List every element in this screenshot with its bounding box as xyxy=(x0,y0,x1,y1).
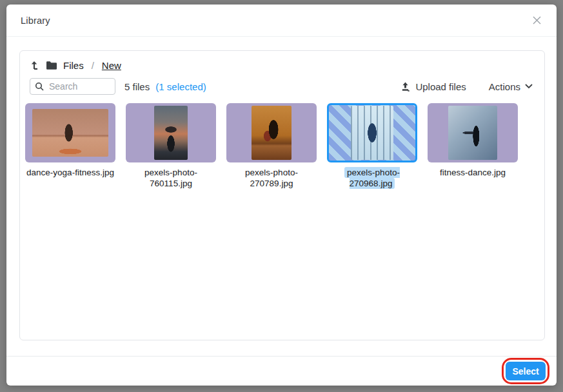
modal-header: Library xyxy=(6,5,557,37)
modal-footer: Select xyxy=(6,356,557,386)
toolbar-actions: Upload files Actions xyxy=(396,81,537,93)
select-button[interactable]: Select xyxy=(506,362,546,380)
file-thumbnail xyxy=(351,106,393,160)
upload-arrow-icon xyxy=(400,81,411,92)
breadcrumb: Files / New xyxy=(20,51,544,71)
file-tile xyxy=(428,103,518,162)
upload-files-label: Upload files xyxy=(415,81,466,92)
file-name: fitness-dance.jpg xyxy=(428,167,518,178)
breadcrumb-root[interactable]: Files xyxy=(46,60,84,71)
parent-folder-icon[interactable] xyxy=(30,59,40,71)
search-icon xyxy=(35,82,44,91)
toolbar-row: 5 files (1 selected) Upload files Acti xyxy=(20,78,544,95)
search-input[interactable] xyxy=(48,81,110,92)
file-thumbnail xyxy=(448,106,497,160)
file-browser-panel: Files / New 5 files (1 selected) xyxy=(19,50,545,340)
actions-dropdown[interactable]: Actions xyxy=(485,81,537,93)
file-counts: 5 files (1 selected) xyxy=(124,81,206,92)
file-name: pexels-photo-270789.jpg xyxy=(226,167,317,189)
page-background: { "window": { "title": "Library" }, "too… xyxy=(0,0,563,392)
breadcrumb-separator: / xyxy=(90,60,96,71)
file-card-selected[interactable]: pexels-photo-270968.jpg xyxy=(327,103,417,189)
breadcrumb-root-label: Files xyxy=(63,60,84,71)
folder-icon xyxy=(46,61,57,70)
file-card[interactable]: pexels-photo-760115.jpg xyxy=(126,103,216,189)
annotation-highlight: Select xyxy=(502,358,549,384)
library-modal: Library Files xyxy=(6,5,557,386)
chevron-down-icon xyxy=(525,84,533,89)
file-thumbnail xyxy=(252,106,291,160)
file-card[interactable]: fitness-dance.jpg xyxy=(428,103,518,189)
search-box xyxy=(30,78,115,95)
modal-title: Library xyxy=(21,15,50,26)
file-name: pexels-photo-760115.jpg xyxy=(126,167,216,189)
file-name: pexels-photo-270968.jpg xyxy=(327,167,417,189)
file-card[interactable]: pexels-photo-270789.jpg xyxy=(226,103,317,189)
actions-label: Actions xyxy=(489,81,520,92)
file-thumbnail xyxy=(32,109,108,157)
file-tile xyxy=(25,103,115,162)
file-thumbnail xyxy=(154,106,188,160)
file-grid: dance-yoga-fitness.jpg pexels-photo-7601… xyxy=(20,103,544,189)
file-tile xyxy=(126,103,216,162)
file-tile xyxy=(327,103,417,162)
file-name: dance-yoga-fitness.jpg xyxy=(25,167,115,178)
selected-count: (1 selected) xyxy=(155,81,206,92)
breadcrumb-current-link[interactable]: New xyxy=(102,60,121,71)
upload-files-button[interactable]: Upload files xyxy=(396,81,469,93)
file-count: 5 files xyxy=(124,81,150,92)
close-icon[interactable] xyxy=(531,15,542,26)
file-tile xyxy=(226,103,317,162)
file-card[interactable]: dance-yoga-fitness.jpg xyxy=(25,103,115,189)
